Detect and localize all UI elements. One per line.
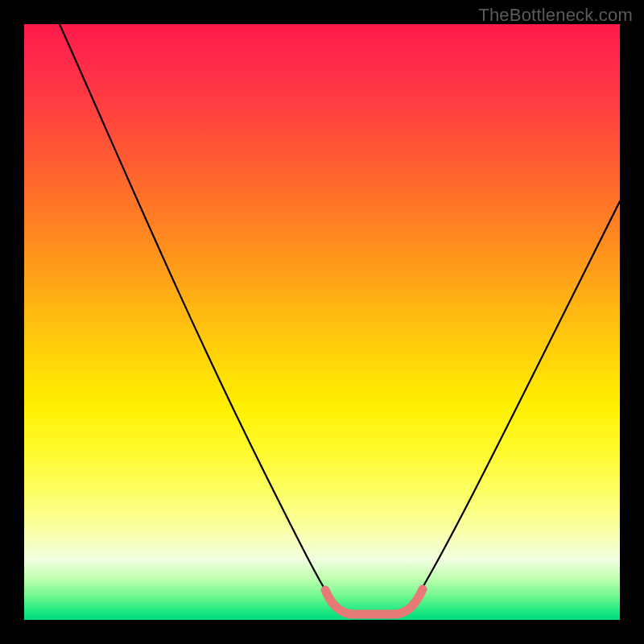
bottleneck-curve: [60, 24, 620, 614]
trough-highlight: [325, 589, 423, 614]
watermark-text: TheBottleneck.com: [478, 5, 633, 26]
plot-area: [24, 24, 620, 620]
chart-container: TheBottleneck.com: [0, 0, 644, 644]
curve-layer: [24, 24, 620, 620]
